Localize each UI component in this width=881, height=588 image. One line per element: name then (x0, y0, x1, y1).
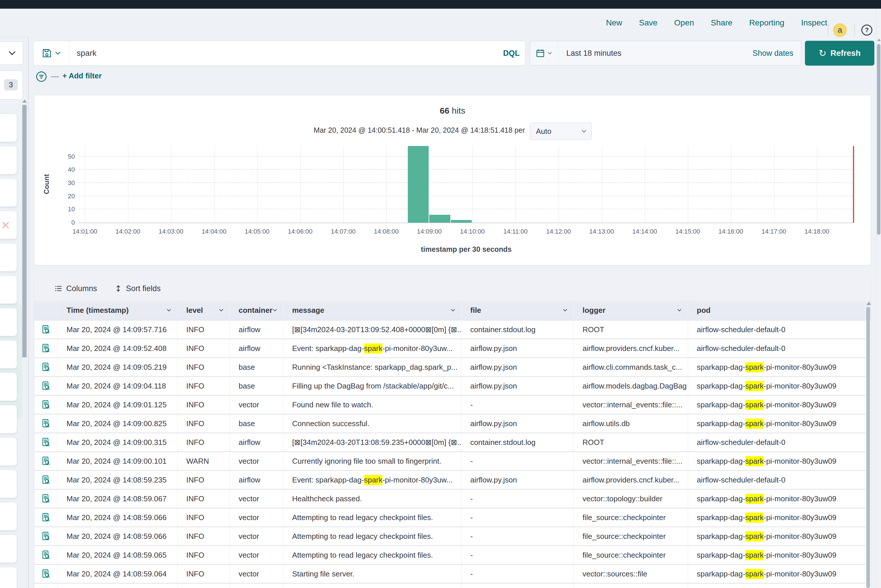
logger-cell: file_source::checkpointer (574, 527, 688, 545)
gridline (79, 182, 854, 183)
sidebar-scrollbar[interactable] (22, 105, 27, 357)
nav-link-new[interactable]: New (606, 18, 622, 27)
table-scrollbar[interactable] (866, 307, 870, 588)
sidebar-count-box[interactable]: 3 (0, 70, 23, 99)
column-header-logger[interactable]: logger (574, 301, 688, 320)
sidebar-chip[interactable] (0, 340, 17, 369)
column-header-container[interactable]: container (230, 301, 283, 320)
expand-document-icon[interactable] (41, 569, 51, 579)
page-scrollbar[interactable] (877, 44, 880, 235)
container-cell: base (230, 377, 283, 395)
sidebar-chip[interactable] (0, 567, 17, 588)
column-header-level[interactable]: level (177, 301, 230, 320)
chevron-down-icon (547, 51, 552, 56)
column-header-time[interactable]: Time (timestamp) (58, 301, 177, 320)
time-cell: Mar 20, 2024 @ 14:09:00.315 (58, 434, 177, 451)
sidebar-chip[interactable]: × (0, 211, 17, 239)
histogram-bar[interactable] (429, 215, 450, 223)
x-tick-label: 14:15:00 (668, 228, 708, 236)
table-scroll-up-arrow[interactable] (866, 302, 870, 305)
sidebar-scroll-up-arrow[interactable] (22, 99, 27, 103)
refresh-button[interactable]: ↻ Refresh (805, 41, 874, 66)
sort-fields-button[interactable]: Sort fields (114, 284, 161, 293)
add-filter-button[interactable]: + Add filter (63, 71, 102, 80)
sidebar-chip[interactable] (0, 243, 17, 272)
expand-cell (35, 490, 58, 508)
query-language-button[interactable]: DQL (498, 49, 525, 58)
page-scroll-up-arrow[interactable] (877, 39, 881, 41)
expand-document-icon[interactable] (41, 381, 51, 391)
message-cell (283, 584, 462, 588)
help-icon[interactable]: ? (861, 25, 872, 36)
container-cell: vector (230, 508, 283, 526)
column-header-message[interactable]: message (283, 301, 462, 320)
nav-link-save[interactable]: Save (639, 18, 657, 27)
level-cell: INFO (177, 546, 230, 564)
sidebar-chip[interactable] (0, 502, 17, 531)
x-tick-label: 14:13:00 (581, 228, 622, 236)
date-quick-select-button[interactable] (530, 41, 558, 65)
container-cell: base (230, 358, 283, 376)
columns-button[interactable]: Columns (55, 284, 97, 293)
expand-document-icon[interactable] (41, 344, 51, 353)
sidebar-chip[interactable] (0, 470, 17, 498)
logger-cell: ROOT (574, 434, 688, 451)
sidebar-chip[interactable] (0, 373, 17, 401)
expand-document-icon[interactable] (41, 437, 51, 447)
sidebar-chip[interactable] (0, 308, 17, 336)
sidebar-chip[interactable] (0, 146, 17, 174)
log-row: Mar 20, 2024 @ 14:09:00.101WARNvectorCur… (35, 451, 866, 470)
sidebar-chip[interactable] (0, 178, 17, 207)
nav-link-reporting[interactable]: Reporting (749, 18, 784, 27)
sidebar-collapse-toggle[interactable] (0, 42, 23, 65)
interval-select[interactable]: Auto (530, 123, 592, 140)
nav-link-inspect[interactable]: Inspect (801, 18, 827, 27)
expand-document-icon[interactable] (41, 494, 51, 504)
histogram-bar[interactable] (451, 220, 472, 223)
expand-document-icon[interactable] (41, 550, 51, 560)
search-highlight: spark (745, 381, 764, 391)
show-dates-button[interactable]: Show dates (753, 49, 801, 58)
columns-label: Columns (66, 284, 97, 293)
sidebar-chip[interactable] (0, 534, 17, 563)
save-icon (42, 48, 52, 58)
sidebar-chip[interactable] (0, 405, 17, 434)
column-header-file[interactable]: file (462, 301, 574, 320)
saved-queries-button[interactable] (33, 41, 70, 65)
close-icon[interactable]: × (0, 218, 10, 232)
calendar-icon (536, 49, 545, 58)
expand-document-icon[interactable] (41, 418, 51, 428)
expand-document-icon[interactable] (41, 531, 51, 541)
time-range-value[interactable]: Last 18 minutes (558, 49, 753, 58)
expand-document-icon[interactable] (41, 513, 51, 522)
column-header-pod[interactable]: pod (688, 301, 865, 320)
field-count-badge: 3 (4, 79, 18, 90)
avatar[interactable]: a (833, 23, 847, 37)
search-highlight: spark (364, 475, 383, 485)
time-cell: Mar 20, 2024 @ 14:09:04.118 (58, 377, 177, 395)
logger-cell: vector::internal_events::file::... (574, 452, 688, 470)
histogram-bar[interactable] (408, 146, 428, 223)
sidebar-chip[interactable] (0, 437, 17, 466)
column-label: message (292, 306, 324, 315)
expand-document-icon[interactable] (41, 400, 51, 410)
search-input[interactable]: spark (70, 49, 498, 58)
filter-icon[interactable] (36, 71, 47, 82)
expand-document-icon[interactable] (41, 456, 51, 466)
expand-document-icon[interactable] (41, 325, 51, 334)
expand-document-icon[interactable] (41, 475, 51, 485)
message-cell: Connection successful. (283, 414, 462, 432)
sidebar-chip[interactable] (0, 276, 17, 304)
log-row: Mar 20, 2024 @ 14:08:59.067INFOvectorHea… (35, 489, 866, 508)
column-label: file (470, 306, 481, 315)
file-cell: airflow.py.json (462, 339, 574, 357)
y-tick-label: 40 (51, 166, 75, 174)
x-tick-label: 14:11:00 (495, 228, 536, 236)
nav-link-share[interactable]: Share (711, 18, 733, 27)
message-cell: Currently ignoring file too small to fin… (283, 452, 462, 470)
nav-link-open[interactable]: Open (674, 18, 694, 27)
container-cell: airflow (230, 321, 283, 339)
top-nav-row: NewSaveOpenShareReportingInspect a ? (0, 9, 881, 37)
sidebar-chip[interactable] (0, 114, 17, 142)
expand-document-icon[interactable] (41, 362, 51, 372)
